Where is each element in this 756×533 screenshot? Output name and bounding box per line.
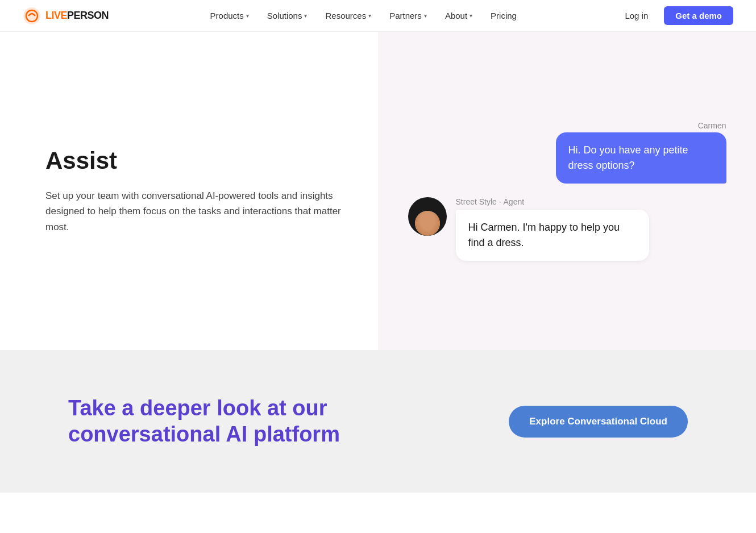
cta-section: Take a deeper look at our conversational… — [0, 350, 756, 493]
agent-avatar: Ss — [408, 197, 447, 236]
chat-container: Carmen Hi. Do you have any petite dress … — [408, 121, 726, 261]
nav-about[interactable]: About ▾ — [438, 7, 479, 24]
explore-cloud-button[interactable]: Explore Conversational Cloud — [509, 406, 688, 438]
nav-links: Products ▾ Solutions ▾ Resources ▾ Partn… — [203, 7, 524, 24]
nav-solutions[interactable]: Solutions ▾ — [260, 7, 314, 24]
assist-description: Set up your team with conversational AI-… — [45, 188, 341, 235]
agent-label: Street Style - Agent — [456, 197, 649, 206]
avatar-face — [415, 211, 440, 236]
avatar-photo — [415, 211, 440, 236]
agent-message-wrapper: Ss Street Style - Agent Hi Carmen. I'm h… — [408, 197, 726, 261]
agent-bubble-group: Street Style - Agent Hi Carmen. I'm happ… — [456, 197, 649, 261]
logo[interactable]: LIVEPERSON — [23, 7, 109, 25]
chevron-down-icon: ▾ — [470, 13, 472, 19]
main-content: Assist Set up your team with conversatio… — [0, 32, 756, 350]
assist-title: Assist — [45, 147, 344, 174]
nav-pricing[interactable]: Pricing — [484, 7, 524, 24]
chevron-down-icon: ▾ — [424, 13, 427, 19]
nav-partners[interactable]: Partners ▾ — [383, 7, 434, 24]
navigation: LIVEPERSON Products ▾ Solutions ▾ Resour… — [0, 0, 756, 32]
cta-heading: Take a deeper look at our conversational… — [68, 395, 364, 447]
get-demo-button[interactable]: Get a demo — [664, 6, 733, 25]
chevron-down-icon: ▾ — [368, 13, 371, 19]
user-message-bubble: Hi. Do you have any petite dress options… — [556, 132, 726, 184]
nav-actions: Log in Get a demo — [618, 6, 733, 25]
user-message-wrapper: Carmen Hi. Do you have any petite dress … — [408, 121, 726, 184]
nav-products[interactable]: Products ▾ — [203, 7, 256, 24]
chevron-down-icon: ▾ — [304, 13, 307, 19]
logo-text: LIVEPERSON — [45, 10, 109, 22]
left-panel: Assist Set up your team with conversatio… — [0, 32, 378, 350]
login-button[interactable]: Log in — [618, 7, 655, 24]
right-panel: Carmen Hi. Do you have any petite dress … — [378, 32, 756, 350]
nav-resources[interactable]: Resources ▾ — [318, 7, 378, 24]
user-label: Carmen — [698, 121, 726, 130]
liveperson-logo-icon — [23, 7, 41, 25]
agent-message-bubble: Hi Carmen. I'm happy to help you find a … — [456, 210, 649, 261]
chevron-down-icon: ▾ — [246, 13, 249, 19]
